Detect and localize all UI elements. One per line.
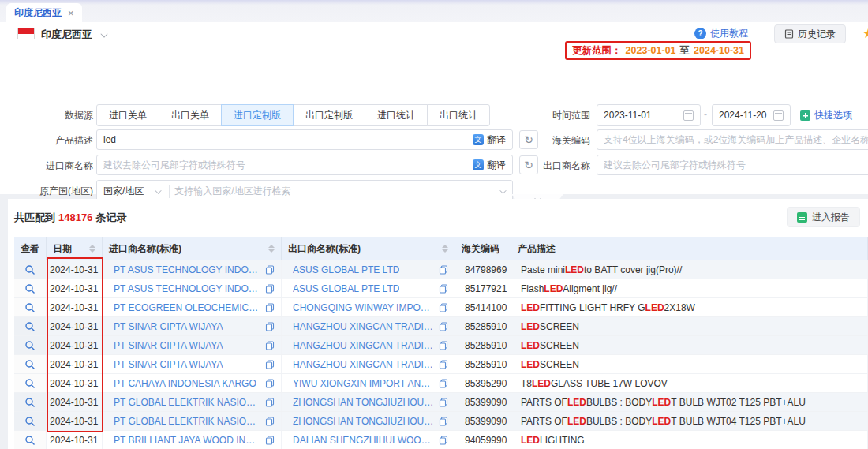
- exporter-field[interactable]: [597, 155, 868, 175]
- copy-icon[interactable]: [265, 360, 275, 369]
- importer-link[interactable]: PT SINAR CIPTA WIJAYA: [114, 321, 223, 332]
- view-cell[interactable]: [14, 355, 47, 373]
- view-cell[interactable]: [14, 260, 47, 279]
- copy-icon[interactable]: [265, 284, 275, 294]
- importer-link[interactable]: PT SINAR CIPTA WIJAYA: [114, 359, 223, 370]
- view-magnifier-icon[interactable]: [24, 416, 36, 427]
- crown-icon[interactable]: ★: [862, 25, 868, 42]
- importer-link[interactable]: PT ECOGREEN OLEOCHEMICALS: [114, 302, 260, 313]
- hs-code-cell: 85395290: [455, 374, 511, 392]
- copy-icon[interactable]: [439, 398, 448, 407]
- copy-icon[interactable]: [439, 360, 448, 369]
- importer-link[interactable]: PT BRILLIANT JAYA WOOD INDUSTRY: [114, 435, 260, 446]
- importer-link[interactable]: PT GLOBAL ELEKTRIK NASIONAL: [114, 397, 260, 408]
- sort-icon[interactable]: [442, 245, 448, 253]
- view-cell[interactable]: [14, 317, 47, 335]
- importer-link[interactable]: PT ASUS TECHNOLOGY INDONESIA BA...: [114, 283, 260, 294]
- exporter-cell: ZHONGSHAN TONGJIUZHOU INTERNA...: [282, 393, 455, 411]
- tutorial-link[interactable]: ? 使用教程: [694, 27, 748, 40]
- view-magnifier-icon[interactable]: [24, 378, 36, 389]
- exporter-link[interactable]: HANGZHOU XINGCAN TRADING CO LTD: [293, 321, 434, 332]
- copy-icon[interactable]: [265, 341, 275, 350]
- importer-link[interactable]: PT GLOBAL ELEKTRIK NASIONAL: [114, 416, 260, 427]
- importer-input[interactable]: [103, 159, 468, 170]
- quick-options-link[interactable]: 快捷选项: [800, 109, 852, 122]
- source-tab-6[interactable]: 出口统计: [427, 104, 490, 126]
- history-button[interactable]: 历史记录: [774, 24, 846, 43]
- importer-link[interactable]: PT ASUS TECHNOLOGY INDONESIA BA...: [114, 264, 260, 275]
- exporter-link[interactable]: ZHONGSHAN TONGJIUZHOU INTERNA...: [293, 397, 434, 408]
- product-desc-field[interactable]: 文 翻译: [96, 129, 513, 150]
- column-header-3[interactable]: 进口商名称(标准): [103, 237, 282, 260]
- column-header-4[interactable]: 出口商名称(标准): [282, 237, 455, 260]
- view-magnifier-icon[interactable]: [24, 397, 36, 408]
- date-cell: 2024-10-31: [47, 317, 103, 335]
- hs-code-input[interactable]: [604, 134, 868, 145]
- copy-icon[interactable]: [439, 341, 448, 350]
- sort-icon[interactable]: [89, 245, 95, 253]
- sort-icon[interactable]: [268, 245, 275, 253]
- copy-icon[interactable]: [265, 303, 275, 312]
- exporter-link[interactable]: YIWU XIONGXIN IMPORT AND EXPORT...: [293, 378, 434, 389]
- view-magnifier-icon[interactable]: [24, 321, 36, 332]
- importer-field[interactable]: 文 翻译: [96, 155, 513, 175]
- exporter-link[interactable]: ASUS GLOBAL PTE LTD: [293, 264, 399, 275]
- origin-select[interactable]: 国家/地区: [103, 185, 170, 198]
- copy-icon[interactable]: [439, 417, 448, 426]
- view-cell[interactable]: [14, 393, 47, 411]
- date-to-input[interactable]: [719, 110, 769, 121]
- copy-icon[interactable]: [265, 398, 275, 407]
- view-magnifier-icon[interactable]: [24, 359, 36, 370]
- origin-input[interactable]: [174, 185, 495, 196]
- copy-icon[interactable]: [265, 265, 275, 275]
- source-tab-4[interactable]: 出口定制版: [293, 104, 365, 126]
- view-cell[interactable]: [14, 279, 47, 297]
- source-tab-1[interactable]: 进口关单: [96, 104, 159, 126]
- view-cell[interactable]: [14, 431, 47, 449]
- copy-icon[interactable]: [439, 303, 448, 312]
- hs-code-label: 海关编码: [499, 129, 590, 152]
- hs-code-field[interactable]: [597, 129, 868, 150]
- exporter-link[interactable]: CHONGQING WINWAY IMPORT AND E...: [293, 302, 434, 313]
- date-from-input[interactable]: [604, 110, 679, 121]
- view-magnifier-icon[interactable]: [24, 302, 36, 313]
- view-cell[interactable]: [14, 412, 47, 430]
- copy-icon[interactable]: [439, 436, 448, 445]
- description-cell: Paste miniLED to BATT cover jig(Pro)//: [511, 260, 868, 279]
- close-icon[interactable]: ×: [68, 7, 74, 19]
- exporter-link[interactable]: HANGZHOU XINGCAN TRADING CO LTD: [293, 340, 434, 351]
- product-desc-input[interactable]: [103, 134, 468, 145]
- exporter-link[interactable]: DALIAN SHENGZHIHUI WOOD INDUST...: [293, 435, 434, 446]
- importer-link[interactable]: PT CAHAYA INDONESIA KARGO: [114, 378, 256, 389]
- copy-icon[interactable]: [265, 417, 275, 426]
- importer-link[interactable]: PT SINAR CIPTA WIJAYA: [114, 340, 223, 351]
- copy-icon[interactable]: [265, 379, 275, 388]
- copy-icon[interactable]: [439, 284, 448, 294]
- view-magnifier-icon[interactable]: [24, 264, 36, 275]
- copy-icon[interactable]: [439, 379, 448, 388]
- view-magnifier-icon[interactable]: [24, 283, 36, 294]
- tab-indonesia[interactable]: 印度尼西亚 ×: [6, 3, 82, 22]
- view-cell[interactable]: [14, 336, 47, 354]
- view-magnifier-icon[interactable]: [24, 340, 36, 351]
- copy-icon[interactable]: [265, 322, 275, 331]
- translate-icon: 文: [473, 134, 484, 145]
- copy-icon[interactable]: [265, 436, 275, 445]
- chevron-down-icon[interactable]: [101, 31, 108, 38]
- view-magnifier-icon[interactable]: [24, 435, 36, 446]
- source-tab-3[interactable]: 进口定制版: [221, 104, 294, 126]
- exporter-link[interactable]: ASUS GLOBAL PTE LTD: [293, 283, 399, 294]
- view-cell[interactable]: [14, 298, 47, 316]
- column-header-2[interactable]: 日期: [47, 237, 103, 260]
- source-tab-2[interactable]: 出口关单: [159, 104, 222, 126]
- view-cell[interactable]: [14, 374, 47, 392]
- exporter-link[interactable]: HANGZHOU XINGCAN TRADING CO LTD: [293, 359, 434, 370]
- exporter-input[interactable]: [604, 159, 868, 170]
- copy-icon[interactable]: [439, 265, 448, 275]
- enter-report-button[interactable]: 进入报告: [787, 207, 860, 227]
- copy-icon[interactable]: [439, 322, 448, 331]
- date-from-field[interactable]: [597, 104, 701, 126]
- source-tab-5[interactable]: 进口统计: [365, 104, 428, 126]
- exporter-link[interactable]: ZHONGSHAN TONGJIUZHOU INTERNA...: [293, 416, 434, 427]
- date-to-field[interactable]: [712, 104, 791, 126]
